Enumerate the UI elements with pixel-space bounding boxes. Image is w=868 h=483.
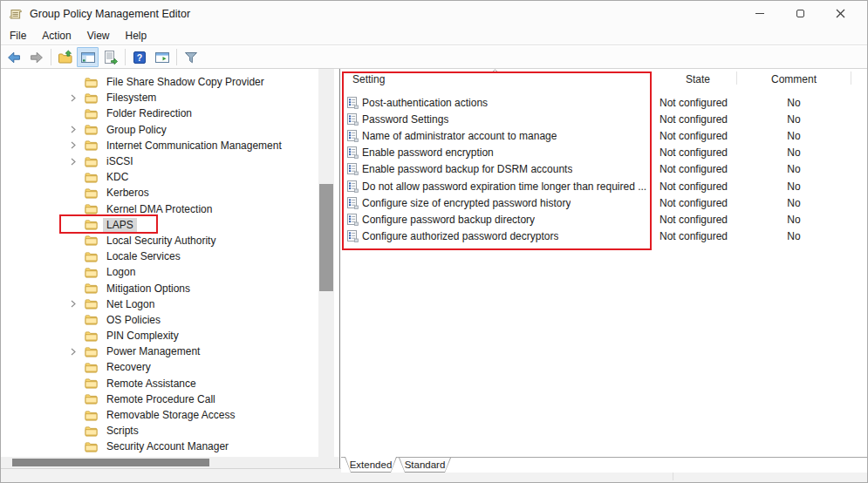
tree-horizontal-scrollbar[interactable]: [1, 457, 339, 468]
chevron-placeholder: [71, 330, 85, 341]
policy-setting-icon: [346, 197, 359, 209]
folder-icon: [85, 330, 98, 342]
folder-icon: [85, 219, 98, 230]
tree-item-label: Kerberos: [103, 186, 153, 200]
menu-view[interactable]: View: [79, 28, 118, 44]
tab-standard[interactable]: Standard: [399, 458, 451, 473]
tree-item-kernel-dma-protection[interactable]: Kernel DMA Protection: [1, 201, 318, 217]
setting-row-configure-password-backup-directory[interactable]: Configure password backup directoryNot c…: [341, 211, 867, 228]
help-button[interactable]: ?: [128, 47, 150, 67]
maximize-button[interactable]: [780, 1, 820, 26]
toolbar-separator: [125, 49, 126, 65]
tree-item-locale-services[interactable]: Locale Services: [1, 248, 318, 264]
chevron-placeholder: [71, 425, 85, 436]
setting-row-post-authentication-actions[interactable]: Post-authentication actionsNot configure…: [341, 94, 867, 111]
setting-comment: No: [737, 130, 851, 142]
sort-ascending-icon: [491, 69, 499, 73]
policy-setting-icon: [346, 97, 359, 109]
tree-item-local-security-authority[interactable]: Local Security Authority: [1, 233, 318, 248]
tree-item-scripts[interactable]: Scripts: [1, 423, 318, 439]
tab-label: Standard: [400, 458, 450, 472]
tree-item-kdc[interactable]: KDC: [1, 169, 318, 185]
back-button[interactable]: [3, 47, 24, 67]
tree-item-remote-procedure-call[interactable]: Remote Procedure Call: [1, 391, 318, 407]
vertical-scrollbar-thumb[interactable]: [319, 184, 333, 291]
folder-icon: [85, 235, 98, 246]
menu-help[interactable]: Help: [118, 28, 155, 44]
up-one-level-button[interactable]: [54, 47, 76, 67]
setting-row-configure-size-of-encrypted-password-his[interactable]: Configure size of encrypted password his…: [341, 194, 867, 211]
tree-item-label: LAPS: [103, 218, 137, 232]
tree-item-removable-storage-access[interactable]: Removable Storage Access: [1, 407, 318, 423]
tree-item-iscsi[interactable]: iSCSI: [1, 153, 318, 169]
setting-name: Enable password backup for DSRM accounts: [362, 163, 572, 175]
tree-item-security-account-manager[interactable]: Security Account Manager: [1, 439, 318, 454]
filter-button[interactable]: [180, 47, 202, 67]
tab-extended[interactable]: Extended: [345, 457, 397, 473]
chevron-placeholder: [71, 77, 85, 87]
menu-action[interactable]: Action: [34, 28, 79, 44]
setting-state: Not configured: [659, 180, 737, 193]
tab-label: Extended: [345, 457, 396, 472]
setting-comment: No: [737, 113, 851, 126]
folder-icon: [85, 172, 98, 183]
tree-item-group-policy[interactable]: Group Policy: [1, 122, 318, 138]
status-divider: [673, 472, 673, 480]
folder-icon: [85, 314, 98, 325]
tree-vertical-scrollbar[interactable]: [318, 69, 334, 457]
column-separator[interactable]: [851, 71, 851, 85]
setting-row-name-of-administrator-account-to-manage[interactable]: Name of administrator account to manageN…: [341, 127, 867, 144]
tree-item-file-share-shadow-copy-provider[interactable]: File Share Shadow Copy Provider: [1, 74, 318, 90]
column-separator[interactable]: [736, 71, 737, 85]
tree-item-internet-communication-management[interactable]: Internet Communication Management: [1, 138, 318, 153]
setting-row-enable-password-backup-for-dsrm-accounts[interactable]: Enable password backup for DSRM accounts…: [341, 161, 867, 178]
chevron-placeholder: [71, 441, 85, 452]
setting-row-password-settings[interactable]: Password SettingsNot configuredNo: [341, 111, 867, 127]
tree-item-filesystem[interactable]: Filesystem: [1, 90, 318, 105]
chevron-placeholder: [71, 362, 85, 372]
export-list-icon: [103, 50, 119, 65]
expand-chevron-icon[interactable]: [71, 346, 85, 357]
toolbar: ?: [1, 46, 867, 69]
tree-item-label: Security Account Manager: [103, 439, 232, 453]
tree-item-recovery[interactable]: Recovery: [1, 359, 318, 375]
tree-item-label: Power Management: [103, 344, 203, 358]
folder-icon: [85, 124, 98, 135]
expand-chevron-icon[interactable]: [71, 140, 85, 151]
policy-setting-icon: [346, 214, 359, 226]
horizontal-scrollbar-thumb[interactable]: [12, 459, 209, 466]
tree-item-remote-assistance[interactable]: Remote Assistance: [1, 376, 318, 391]
setting-name: Enable password encryption: [362, 146, 494, 159]
settings-pane: Setting State Comment Post-authenticatio…: [341, 69, 867, 468]
expand-chevron-icon[interactable]: [71, 92, 85, 103]
tree-item-laps[interactable]: LAPS: [1, 217, 318, 233]
setting-row-configure-authorized-password-decryptors[interactable]: Configure authorized password decryptors…: [341, 228, 867, 245]
column-header-state[interactable]: State: [659, 73, 737, 85]
close-button[interactable]: [820, 1, 860, 26]
minimize-button[interactable]: [740, 1, 780, 26]
tree-item-folder-redirection[interactable]: Folder Redirection: [1, 105, 318, 121]
show-console-tree-button[interactable]: [77, 47, 99, 67]
tree-item-pin-complexity[interactable]: PIN Complexity: [1, 328, 318, 344]
folder-icon: [85, 425, 98, 437]
show-action-pane-button[interactable]: [151, 47, 173, 67]
expand-chevron-icon[interactable]: [71, 299, 85, 310]
column-header-setting[interactable]: Setting: [352, 73, 385, 85]
tree-item-power-management[interactable]: Power Management: [1, 344, 318, 359]
export-list-button[interactable]: [99, 47, 121, 67]
forward-arrow-icon: [29, 50, 44, 65]
expand-chevron-icon[interactable]: [71, 156, 85, 167]
folder-icon: [85, 298, 98, 310]
forward-button[interactable]: [25, 47, 47, 67]
tree-item-mitigation-options[interactable]: Mitigation Options: [1, 280, 318, 296]
setting-row-do-not-allow-password-expiration-time-lo[interactable]: Do not allow password expiration time lo…: [341, 178, 867, 194]
tree-item-logon[interactable]: Logon: [1, 264, 318, 280]
menu-file[interactable]: File: [2, 28, 34, 44]
tree-item-net-logon[interactable]: Net Logon: [1, 296, 318, 312]
tree-item-kerberos[interactable]: Kerberos: [1, 185, 318, 201]
setting-row-enable-password-encryption[interactable]: Enable password encryptionNot configured…: [341, 145, 867, 161]
column-header-comment[interactable]: Comment: [737, 73, 851, 85]
svg-text:?: ?: [136, 51, 141, 62]
expand-chevron-icon[interactable]: [71, 125, 85, 135]
tree-item-os-policies[interactable]: OS Policies: [1, 312, 318, 328]
